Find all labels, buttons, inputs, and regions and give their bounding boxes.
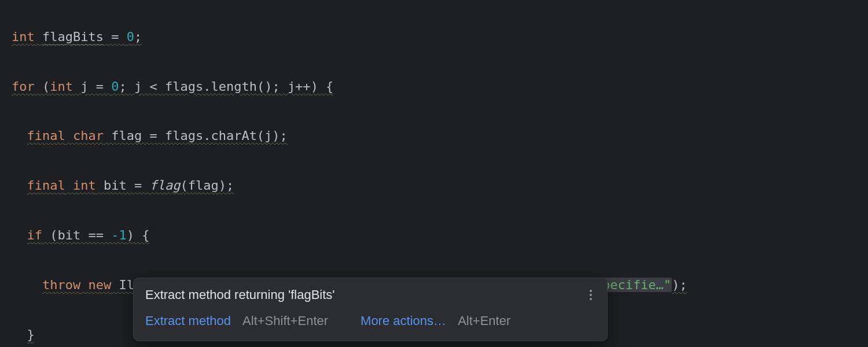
more-actions-action[interactable]: More actions… Alt+Enter: [361, 312, 510, 330]
code-line: if (bit == -1) {: [0, 223, 868, 248]
keyword-for: for: [12, 79, 35, 94]
intention-popup: Extract method returning 'flagBits' Extr…: [133, 278, 608, 341]
extract-method-action[interactable]: Extract method Alt+Shift+Enter: [145, 312, 328, 330]
code-line: int flagBits = 0;: [0, 25, 868, 50]
popup-title: Extract method returning 'flagBits': [145, 286, 335, 304]
code-line: final char flag = flags.charAt(j);: [0, 124, 868, 149]
keyword-int: int: [12, 29, 35, 44]
code-line: for (int j = 0; j < flags.length(); j++)…: [0, 75, 868, 99]
action-link-label: More actions…: [361, 313, 446, 328]
action-link-label: Extract method: [145, 313, 231, 328]
method-call: flag: [149, 178, 180, 193]
shortcut-label: Alt+Shift+Enter: [242, 313, 328, 328]
shortcut-label: Alt+Enter: [458, 313, 510, 328]
ident-flagbits: flagBits: [42, 29, 104, 45]
more-options-icon[interactable]: [586, 286, 595, 304]
code-line: final int bit = flag(flag);: [0, 174, 868, 198]
